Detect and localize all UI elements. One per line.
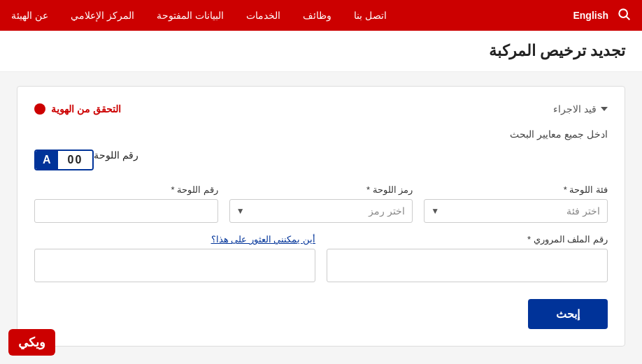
svg-line-1	[627, 16, 630, 20]
header-left: English	[573, 7, 631, 24]
plate-symbol-select[interactable]: اختر رمز	[229, 199, 413, 223]
plate-category-label: فئة اللوحة *	[424, 184, 608, 195]
plate-number-label: رقم اللوحة *	[34, 184, 218, 195]
plate-category-select-wrap: اختر فئة ▼	[424, 199, 608, 223]
form-card: قيد الاجراء التحقق من الهوية ادخل جميع م…	[17, 86, 625, 347]
location-input[interactable]	[34, 249, 315, 282]
plate-symbol-select-wrap: اختر رمز ▼	[229, 199, 413, 223]
location-hint-link[interactable]: أين يمكنني العثور على هذا؟	[211, 234, 315, 245]
search-hint: ادخل جميع معايير البحث	[34, 129, 608, 140]
search-button[interactable]: إبحث	[528, 299, 608, 329]
nav-services[interactable]: الخدمات	[246, 10, 280, 21]
location-hint-label: أين يمكنني العثور على هذا؟	[34, 234, 315, 245]
nav-about[interactable]: عن الهيئة	[11, 10, 48, 21]
traffic-file-group: رقم الملف المروري *	[327, 234, 608, 282]
plate-number-input[interactable]	[34, 199, 218, 223]
search-icon[interactable]	[617, 7, 631, 24]
page-title: تجديد ترخيص المركبة	[17, 42, 625, 60]
pending-label: قيد الاجراء	[553, 103, 597, 115]
watermark-logo: ويكي	[8, 329, 55, 356]
plate-tab-letter: A	[36, 151, 58, 169]
plate-label: رقم اللوحة	[94, 150, 138, 170]
language-button[interactable]: English	[573, 10, 608, 21]
pending-status: قيد الاجراء	[553, 103, 608, 115]
main-nav: اتصل بنا وظائف الخدمات البيانات المفتوحة…	[11, 10, 387, 21]
location-hint-group: أين يمكنني العثور على هذا؟	[34, 234, 315, 282]
plate-category-select[interactable]: اختر فئة	[424, 199, 608, 223]
btn-row: إبحث	[34, 299, 608, 329]
plate-number-group: رقم اللوحة *	[34, 184, 218, 223]
svg-point-0	[619, 9, 627, 17]
form-grid-row1: فئة اللوحة * اختر فئة ▼ رمز اللوحة * اخت…	[34, 184, 608, 223]
nav-contact[interactable]: اتصل بنا	[354, 10, 387, 21]
traffic-file-input[interactable]	[327, 249, 608, 282]
plate-symbol-label: رمز اللوحة *	[229, 184, 413, 195]
main-content: قيد الاجراء التحقق من الهوية ادخل جميع م…	[0, 72, 642, 361]
nav-jobs[interactable]: وظائف	[303, 10, 331, 21]
form-grid-row2: رقم الملف المروري * أين يمكنني العثور عل…	[34, 234, 608, 282]
plate-symbol-group: رمز اللوحة * اختر رمز ▼	[229, 184, 413, 223]
chevron-down-icon	[601, 107, 608, 111]
active-status: التحقق من الهوية	[34, 103, 121, 115]
plate-category-group: فئة اللوحة * اختر فئة ▼	[424, 184, 608, 223]
nav-open-data[interactable]: البيانات المفتوحة	[157, 10, 224, 21]
status-dot	[34, 103, 45, 115]
plate-tab: 00 A	[34, 150, 94, 170]
site-header: English اتصل بنا وظائف الخدمات البيانات …	[0, 0, 642, 31]
traffic-file-label: رقم الملف المروري *	[327, 234, 608, 245]
page-title-bar: تجديد ترخيص المركبة	[0, 31, 642, 72]
status-label: التحقق من الهوية	[51, 103, 121, 115]
status-bar: قيد الاجراء التحقق من الهوية	[34, 103, 608, 115]
plate-tab-number: 00	[58, 151, 93, 169]
nav-media[interactable]: المركز الإعلامي	[71, 10, 134, 21]
plate-tabs: رقم اللوحة 00 A	[34, 150, 608, 170]
